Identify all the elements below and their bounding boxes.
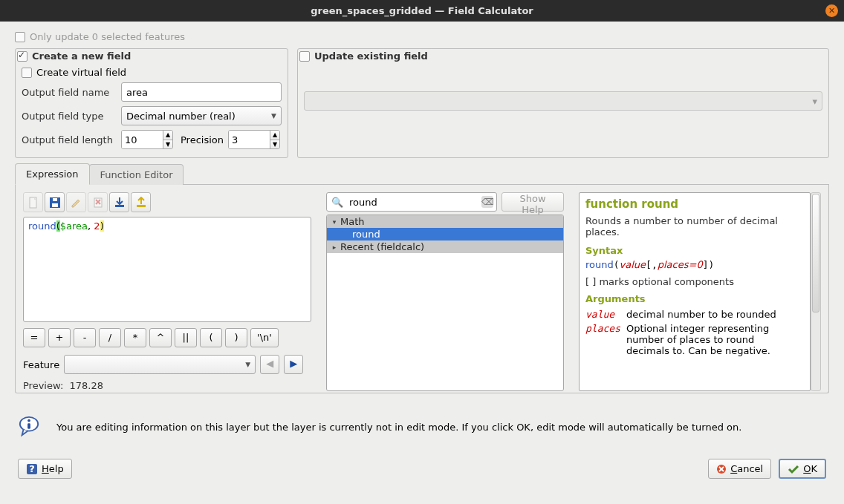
output-type-label: Output field type <box>22 111 117 122</box>
ok-icon <box>788 464 799 474</box>
precision-spin[interactable]: ▲▼ <box>228 130 280 149</box>
help-button[interactable]: ? Help <box>18 459 72 479</box>
svg-rect-2 <box>52 203 58 207</box>
new-file-icon[interactable] <box>23 192 43 212</box>
svg-text:?: ? <box>29 463 35 474</box>
close-icon[interactable]: ✕ <box>825 4 838 17</box>
op-power[interactable]: ^ <box>149 328 172 347</box>
only-update-row: Only update 0 selected features <box>15 31 829 42</box>
export-icon[interactable] <box>131 192 151 212</box>
operator-row: = + - / * ^ || ( ) '\n' <box>23 328 311 347</box>
function-search[interactable]: 🔍 ⌫ <box>326 192 497 212</box>
expand-icon: ▸ <box>330 243 339 251</box>
output-type-value: Decimal number (real) <box>126 111 236 122</box>
preview-row: Preview: 178.28 <box>23 380 311 391</box>
clear-icon[interactable] <box>88 192 108 212</box>
cancel-button[interactable]: Cancel <box>708 459 771 479</box>
op-open-paren[interactable]: ( <box>200 328 222 347</box>
virtual-field-row: Create virtual field <box>22 65 282 80</box>
virtual-field-checkbox[interactable] <box>22 68 32 78</box>
expression-editor[interactable]: round($area, 2) <box>23 217 311 322</box>
op-newline[interactable]: '\n' <box>250 328 279 347</box>
tree-item-round[interactable]: round <box>327 228 563 240</box>
tab-expression[interactable]: Expression <box>15 163 90 185</box>
cancel-icon <box>716 464 727 474</box>
help-arguments-table: valuedecimal number to be rounded places… <box>585 307 804 358</box>
op-multiply[interactable]: * <box>124 328 146 347</box>
chevron-down-icon: ▾ <box>812 96 817 107</box>
spin-down-icon[interactable]: ▼ <box>163 140 172 149</box>
svg-rect-3 <box>53 198 57 201</box>
update-field-select: ▾ <box>304 91 822 111</box>
tabstrip: Expression Function Editor <box>15 163 829 185</box>
edit-icon[interactable] <box>66 192 86 212</box>
tab-body: round($area, 2) = + - / * ^ || ( ) '\n' <box>15 185 829 393</box>
op-equals[interactable]: = <box>23 328 45 347</box>
precision-label: Precision <box>181 134 224 145</box>
help-description: Rounds a number to number of decimal pla… <box>585 215 804 238</box>
scroll-thumb[interactable] <box>812 194 819 312</box>
update-field-label: Update existing field <box>314 50 428 62</box>
op-concat[interactable]: || <box>175 328 197 347</box>
preview-value: 178.28 <box>70 380 104 391</box>
svg-rect-7 <box>115 205 124 207</box>
help-scrollbar[interactable] <box>811 192 821 391</box>
chevron-down-icon: ▼ <box>271 112 276 120</box>
tree-group-math[interactable]: ▾ Math <box>327 215 563 228</box>
expression-toolbar <box>23 192 311 212</box>
function-tree[interactable]: ▾ Math round ▸ Recent (fieldcalc) <box>326 215 564 391</box>
spin-up-icon[interactable]: ▲ <box>163 131 172 140</box>
svg-rect-8 <box>137 205 146 207</box>
help-icon: ? <box>26 463 38 475</box>
clear-search-icon[interactable]: ⌫ <box>481 196 493 208</box>
search-icon: 🔍 <box>331 197 343 208</box>
update-field-header: Update existing field <box>298 50 828 62</box>
create-field-header: Create a new field <box>16 50 288 62</box>
save-icon[interactable] <box>45 192 65 212</box>
ok-button[interactable]: OK <box>779 459 826 479</box>
titlebar: green_spaces_gridded — Field Calculator … <box>0 0 844 22</box>
content-area: Only update 0 selected features Create a… <box>0 22 844 504</box>
help-button-label: H <box>42 463 49 474</box>
op-minus[interactable]: - <box>74 328 96 347</box>
spin-up-icon[interactable]: ▲ <box>270 131 279 140</box>
output-name-input[interactable] <box>121 82 282 102</box>
help-arguments-heading: Arguments <box>585 293 804 304</box>
create-field-checkbox[interactable] <box>17 51 27 62</box>
op-divide[interactable]: / <box>99 328 121 347</box>
help-title: function round <box>585 197 804 211</box>
info-text: You are editing information on this laye… <box>56 422 741 433</box>
output-length-input[interactable] <box>122 131 163 148</box>
tree-group-recent[interactable]: ▸ Recent (fieldcalc) <box>327 240 563 253</box>
info-banner: You are editing information on this laye… <box>15 416 829 438</box>
update-field-checkbox[interactable] <box>299 51 310 62</box>
op-plus[interactable]: + <box>48 328 71 347</box>
window-title: green_spaces_gridded — Field Calculator <box>311 5 533 16</box>
help-note: [ ] marks optional components <box>585 276 804 287</box>
show-help-button[interactable]: Show Help <box>501 192 564 212</box>
help-syntax-heading: Syntax <box>585 245 804 256</box>
op-close-paren[interactable]: ) <box>225 328 247 347</box>
field-panels: Create a new field Create virtual field … <box>15 48 829 158</box>
function-list-column: 🔍 ⌫ Show Help ▾ Math round <box>326 192 564 391</box>
only-update-label: Only update 0 selected features <box>30 31 185 42</box>
import-icon[interactable] <box>109 192 129 212</box>
create-field-label: Create a new field <box>32 50 131 62</box>
output-name-label: Output field name <box>22 87 117 98</box>
virtual-field-label: Create virtual field <box>36 67 126 78</box>
tab-function-editor[interactable]: Function Editor <box>89 164 184 185</box>
prev-feature-button[interactable]: ◀ <box>260 355 279 374</box>
window: green_spaces_gridded — Field Calculator … <box>0 0 844 504</box>
output-length-spin[interactable]: ▲▼ <box>121 130 173 149</box>
feature-label: Feature <box>23 359 59 370</box>
feature-select[interactable]: ▼ <box>64 355 256 374</box>
spin-down-icon[interactable]: ▼ <box>270 140 279 149</box>
collapse-icon: ▾ <box>330 218 339 226</box>
function-search-input[interactable] <box>348 196 477 209</box>
precision-input[interactable] <box>229 131 270 148</box>
expression-column: round($area, 2) = + - / * ^ || ( ) '\n' <box>23 192 311 391</box>
update-field-panel: Update existing field ▾ <box>297 48 829 158</box>
chevron-down-icon: ▼ <box>245 361 250 368</box>
output-type-select[interactable]: Decimal number (real) ▼ <box>121 106 282 125</box>
next-feature-button[interactable]: ▶ <box>284 355 303 374</box>
